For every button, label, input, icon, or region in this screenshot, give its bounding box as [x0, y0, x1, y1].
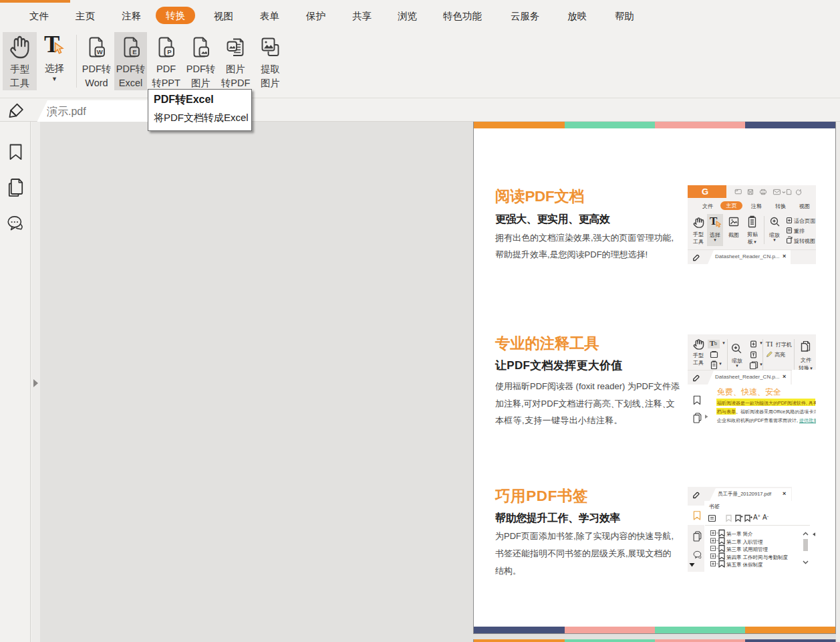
svg-text:E: E: [132, 48, 136, 56]
svg-text:P: P: [167, 48, 172, 56]
svg-text:W: W: [97, 48, 103, 56]
